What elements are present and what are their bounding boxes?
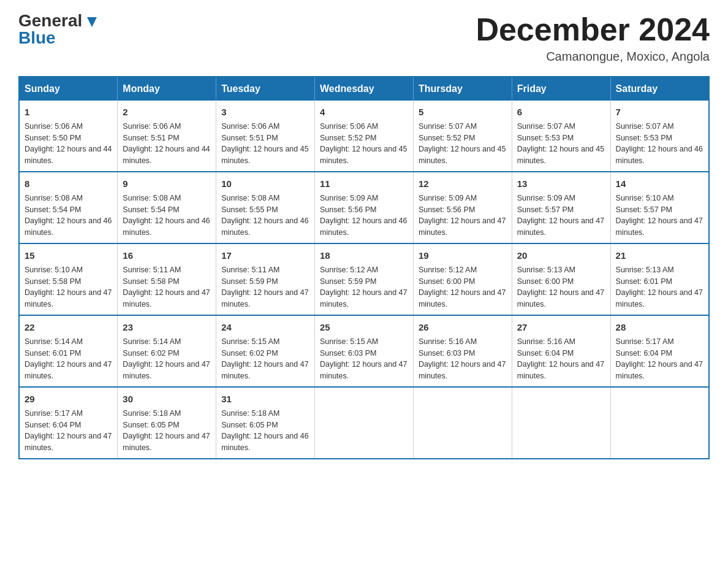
calendar-cell: 20Sunrise: 5:13 AMSunset: 6:00 PMDayligh… bbox=[512, 243, 610, 315]
title-block: December 2024 Camanongue, Moxico, Angola bbox=[476, 12, 710, 64]
calendar-cell: 26Sunrise: 5:16 AMSunset: 6:03 PMDayligh… bbox=[413, 315, 512, 387]
day-info: Sunrise: 5:09 AMSunset: 5:57 PMDaylight:… bbox=[517, 194, 604, 237]
calendar-cell: 17Sunrise: 5:11 AMSunset: 5:59 PMDayligh… bbox=[216, 243, 315, 315]
calendar-cell: 29Sunrise: 5:17 AMSunset: 6:04 PMDayligh… bbox=[19, 387, 118, 459]
calendar-cell bbox=[315, 387, 414, 459]
day-info: Sunrise: 5:12 AMSunset: 5:59 PMDaylight:… bbox=[320, 266, 407, 308]
day-number: 28 bbox=[616, 321, 703, 334]
calendar-cell: 14Sunrise: 5:10 AMSunset: 5:57 PMDayligh… bbox=[610, 172, 709, 243]
calendar-cell: 25Sunrise: 5:15 AMSunset: 6:03 PMDayligh… bbox=[315, 315, 414, 387]
day-info: Sunrise: 5:16 AMSunset: 6:04 PMDaylight:… bbox=[517, 337, 604, 380]
day-number: 20 bbox=[517, 249, 605, 262]
col-header-saturday: Saturday bbox=[610, 77, 709, 101]
day-number: 2 bbox=[123, 105, 211, 118]
day-info: Sunrise: 5:08 AMSunset: 5:55 PMDaylight:… bbox=[221, 194, 308, 237]
day-number: 11 bbox=[320, 177, 408, 190]
day-number: 10 bbox=[221, 177, 309, 190]
day-info: Sunrise: 5:07 AMSunset: 5:53 PMDaylight:… bbox=[616, 122, 703, 165]
calendar-week-row: 8Sunrise: 5:08 AMSunset: 5:54 PMDaylight… bbox=[19, 172, 709, 243]
day-number: 30 bbox=[123, 393, 211, 405]
day-info: Sunrise: 5:17 AMSunset: 6:04 PMDaylight:… bbox=[616, 337, 703, 380]
day-number: 1 bbox=[25, 105, 112, 118]
col-header-sunday: Sunday bbox=[19, 77, 118, 101]
calendar-cell: 19Sunrise: 5:12 AMSunset: 6:00 PMDayligh… bbox=[413, 243, 512, 315]
col-header-monday: Monday bbox=[118, 77, 216, 101]
col-header-tuesday: Tuesday bbox=[216, 77, 315, 101]
calendar-week-row: 29Sunrise: 5:17 AMSunset: 6:04 PMDayligh… bbox=[19, 387, 709, 459]
calendar-cell: 5Sunrise: 5:07 AMSunset: 5:52 PMDaylight… bbox=[413, 101, 512, 172]
day-info: Sunrise: 5:06 AMSunset: 5:52 PMDaylight:… bbox=[320, 122, 407, 165]
logo-triangle-icon bbox=[87, 17, 97, 27]
day-number: 7 bbox=[616, 105, 703, 118]
svg-marker-0 bbox=[87, 17, 97, 27]
day-info: Sunrise: 5:15 AMSunset: 6:03 PMDaylight:… bbox=[320, 337, 407, 380]
day-number: 21 bbox=[616, 249, 703, 262]
day-info: Sunrise: 5:07 AMSunset: 5:52 PMDaylight:… bbox=[419, 122, 506, 165]
calendar-cell: 24Sunrise: 5:15 AMSunset: 6:02 PMDayligh… bbox=[216, 315, 315, 387]
month-title: December 2024 bbox=[476, 12, 710, 47]
day-number: 17 bbox=[221, 249, 309, 262]
logo: General Blue bbox=[18, 12, 97, 47]
day-info: Sunrise: 5:14 AMSunset: 6:01 PMDaylight:… bbox=[25, 337, 112, 380]
calendar-cell: 27Sunrise: 5:16 AMSunset: 6:04 PMDayligh… bbox=[512, 315, 610, 387]
calendar-cell: 4Sunrise: 5:06 AMSunset: 5:52 PMDaylight… bbox=[315, 101, 414, 172]
calendar-cell: 12Sunrise: 5:09 AMSunset: 5:56 PMDayligh… bbox=[413, 172, 512, 243]
day-number: 27 bbox=[517, 321, 605, 334]
day-number: 15 bbox=[25, 249, 112, 262]
calendar-cell: 31Sunrise: 5:18 AMSunset: 6:05 PMDayligh… bbox=[216, 387, 315, 459]
calendar-cell: 13Sunrise: 5:09 AMSunset: 5:57 PMDayligh… bbox=[512, 172, 610, 243]
day-info: Sunrise: 5:07 AMSunset: 5:53 PMDaylight:… bbox=[517, 122, 604, 165]
logo-blue-text: Blue bbox=[18, 29, 56, 47]
day-info: Sunrise: 5:10 AMSunset: 5:58 PMDaylight:… bbox=[25, 266, 112, 308]
day-info: Sunrise: 5:13 AMSunset: 6:00 PMDaylight:… bbox=[517, 266, 604, 308]
day-number: 18 bbox=[320, 249, 408, 262]
day-info: Sunrise: 5:09 AMSunset: 5:56 PMDaylight:… bbox=[320, 194, 407, 237]
calendar-cell: 21Sunrise: 5:13 AMSunset: 6:01 PMDayligh… bbox=[610, 243, 709, 315]
location-text: Camanongue, Moxico, Angola bbox=[476, 50, 710, 64]
day-info: Sunrise: 5:18 AMSunset: 6:05 PMDaylight:… bbox=[221, 409, 308, 452]
day-number: 13 bbox=[517, 177, 605, 190]
day-info: Sunrise: 5:06 AMSunset: 5:51 PMDaylight:… bbox=[221, 122, 308, 165]
page-header: General Blue December 2024 Camanongue, M… bbox=[18, 12, 710, 64]
day-info: Sunrise: 5:17 AMSunset: 6:04 PMDaylight:… bbox=[25, 409, 112, 452]
day-info: Sunrise: 5:12 AMSunset: 6:00 PMDaylight:… bbox=[419, 266, 506, 308]
calendar-cell: 22Sunrise: 5:14 AMSunset: 6:01 PMDayligh… bbox=[19, 315, 118, 387]
calendar-cell bbox=[413, 387, 512, 459]
day-info: Sunrise: 5:08 AMSunset: 5:54 PMDaylight:… bbox=[25, 194, 112, 237]
day-info: Sunrise: 5:14 AMSunset: 6:02 PMDaylight:… bbox=[123, 337, 210, 380]
day-number: 19 bbox=[419, 249, 507, 262]
logo-top-line: General bbox=[18, 12, 97, 29]
day-info: Sunrise: 5:15 AMSunset: 6:02 PMDaylight:… bbox=[221, 337, 308, 380]
day-number: 14 bbox=[616, 177, 703, 190]
day-number: 6 bbox=[517, 105, 605, 118]
calendar-week-row: 1Sunrise: 5:06 AMSunset: 5:50 PMDaylight… bbox=[19, 101, 709, 172]
day-number: 12 bbox=[419, 177, 507, 190]
day-number: 31 bbox=[221, 393, 309, 405]
calendar-cell bbox=[610, 387, 709, 459]
day-number: 9 bbox=[123, 177, 211, 190]
calendar-cell: 11Sunrise: 5:09 AMSunset: 5:56 PMDayligh… bbox=[315, 172, 414, 243]
calendar-table: SundayMondayTuesdayWednesdayThursdayFrid… bbox=[18, 76, 710, 459]
calendar-cell: 18Sunrise: 5:12 AMSunset: 5:59 PMDayligh… bbox=[315, 243, 414, 315]
day-number: 23 bbox=[123, 321, 211, 334]
calendar-week-row: 15Sunrise: 5:10 AMSunset: 5:58 PMDayligh… bbox=[19, 243, 709, 315]
day-info: Sunrise: 5:06 AMSunset: 5:50 PMDaylight:… bbox=[25, 122, 112, 165]
day-info: Sunrise: 5:11 AMSunset: 5:58 PMDaylight:… bbox=[123, 266, 210, 308]
day-info: Sunrise: 5:10 AMSunset: 5:57 PMDaylight:… bbox=[616, 194, 703, 237]
calendar-cell: 10Sunrise: 5:08 AMSunset: 5:55 PMDayligh… bbox=[216, 172, 315, 243]
col-header-thursday: Thursday bbox=[413, 77, 512, 101]
day-info: Sunrise: 5:09 AMSunset: 5:56 PMDaylight:… bbox=[419, 194, 506, 237]
day-number: 22 bbox=[25, 321, 112, 334]
calendar-cell: 30Sunrise: 5:18 AMSunset: 6:05 PMDayligh… bbox=[118, 387, 216, 459]
calendar-cell: 8Sunrise: 5:08 AMSunset: 5:54 PMDaylight… bbox=[19, 172, 118, 243]
day-info: Sunrise: 5:16 AMSunset: 6:03 PMDaylight:… bbox=[419, 337, 506, 380]
day-number: 26 bbox=[419, 321, 507, 334]
day-number: 3 bbox=[221, 105, 309, 118]
calendar-cell bbox=[512, 387, 610, 459]
calendar-cell: 2Sunrise: 5:06 AMSunset: 5:51 PMDaylight… bbox=[118, 101, 216, 172]
day-number: 24 bbox=[221, 321, 309, 334]
day-number: 8 bbox=[25, 177, 112, 190]
day-number: 25 bbox=[320, 321, 408, 334]
day-info: Sunrise: 5:11 AMSunset: 5:59 PMDaylight:… bbox=[221, 266, 308, 308]
calendar-cell: 6Sunrise: 5:07 AMSunset: 5:53 PMDaylight… bbox=[512, 101, 610, 172]
